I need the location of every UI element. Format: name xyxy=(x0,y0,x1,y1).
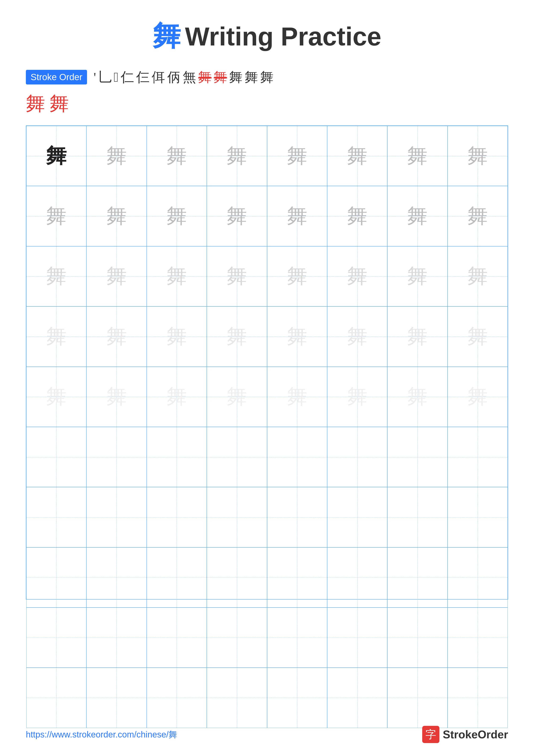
cell-character: 舞 xyxy=(468,383,488,411)
grid-cell[interactable] xyxy=(447,547,508,608)
grid-cell[interactable] xyxy=(87,547,146,608)
grid-cell[interactable] xyxy=(26,668,87,728)
grid-cell[interactable]: 舞 xyxy=(447,246,508,307)
grid-cell[interactable]: 舞 xyxy=(327,307,387,366)
grid-cell[interactable]: 舞 xyxy=(147,126,207,186)
sample-char-1: 舞 xyxy=(26,91,45,117)
grid-cell[interactable]: 舞 xyxy=(387,126,447,186)
footer-url[interactable]: https://www.strokeorder.com/chinese/舞 xyxy=(26,729,177,741)
grid-cell[interactable]: 舞 xyxy=(147,307,207,366)
cell-character: 舞 xyxy=(468,202,488,230)
grid-cell[interactable] xyxy=(387,427,447,487)
grid-cell[interactable]: 舞 xyxy=(447,186,508,246)
grid-cell[interactable]: 舞 xyxy=(87,367,146,427)
grid-cell[interactable]: 舞 xyxy=(327,246,387,307)
grid-cell[interactable] xyxy=(207,608,267,668)
grid-cell[interactable] xyxy=(327,487,387,547)
cell-character: 舞 xyxy=(46,142,66,170)
grid-cell[interactable] xyxy=(87,668,146,728)
grid-cell[interactable] xyxy=(147,547,207,608)
grid-cell[interactable] xyxy=(87,487,146,547)
grid-cell[interactable]: 舞 xyxy=(87,186,146,246)
grid-cell[interactable] xyxy=(447,487,508,547)
grid-cell[interactable]: 舞 xyxy=(207,126,267,186)
grid-cell[interactable] xyxy=(267,487,327,547)
grid-cell[interactable] xyxy=(447,427,508,487)
cell-character: 舞 xyxy=(106,142,127,170)
grid-cell[interactable]: 舞 xyxy=(207,246,267,307)
grid-cell[interactable] xyxy=(447,668,508,728)
cell-character: 舞 xyxy=(227,142,247,170)
grid-cell[interactable]: 舞 xyxy=(207,367,267,427)
grid-cell[interactable]: 舞 xyxy=(26,186,87,246)
grid-cell[interactable]: 舞 xyxy=(147,186,207,246)
grid-cell[interactable] xyxy=(147,608,207,668)
grid-cell[interactable] xyxy=(267,547,327,608)
grid-cell[interactable] xyxy=(26,608,87,668)
grid-cell[interactable] xyxy=(26,427,87,487)
grid-cell[interactable] xyxy=(26,547,87,608)
grid-cell[interactable]: 舞 xyxy=(26,126,87,186)
grid-cell[interactable]: 舞 xyxy=(387,186,447,246)
grid-cell[interactable]: 舞 xyxy=(26,246,87,307)
cell-character: 舞 xyxy=(227,262,247,290)
grid-cell[interactable]: 舞 xyxy=(387,307,447,366)
grid-cell[interactable] xyxy=(267,608,327,668)
grid-cell[interactable]: 舞 xyxy=(267,307,327,366)
grid-cell[interactable]: 舞 xyxy=(447,126,508,186)
grid-cell[interactable] xyxy=(327,668,387,728)
grid-cell[interactable] xyxy=(207,668,267,728)
cell-character: 舞 xyxy=(106,323,127,350)
grid-cell[interactable]: 舞 xyxy=(387,367,447,427)
grid-cell[interactable]: 舞 xyxy=(267,367,327,427)
grid-cell[interactable] xyxy=(387,547,447,608)
cell-character: 舞 xyxy=(468,323,488,350)
grid-cell[interactable] xyxy=(147,427,207,487)
grid-cell[interactable]: 舞 xyxy=(207,307,267,366)
grid-cell[interactable] xyxy=(147,487,207,547)
grid-cell[interactable] xyxy=(207,427,267,487)
cell-character: 舞 xyxy=(287,383,307,411)
grid-cell[interactable]: 舞 xyxy=(327,186,387,246)
grid-cell[interactable] xyxy=(327,427,387,487)
grid-cell[interactable] xyxy=(87,427,146,487)
cell-character: 舞 xyxy=(46,323,66,350)
grid-cell[interactable]: 舞 xyxy=(327,367,387,427)
grid-cell[interactable]: 舞 xyxy=(87,307,146,366)
grid-cell[interactable] xyxy=(387,487,447,547)
grid-cell[interactable] xyxy=(207,487,267,547)
grid-cell[interactable]: 舞 xyxy=(26,367,87,427)
grid-cell[interactable]: 舞 xyxy=(267,126,327,186)
cell-character: 舞 xyxy=(166,142,187,170)
grid-cell[interactable]: 舞 xyxy=(447,367,508,427)
stroke-sequence: ' ⺃ 𠃋 仁 仨 佴 㑂 無 舞 舞 舞 舞 舞 xyxy=(93,68,273,86)
grid-cell[interactable] xyxy=(327,608,387,668)
grid-cell[interactable] xyxy=(447,608,508,668)
grid-cell[interactable]: 舞 xyxy=(147,246,207,307)
cell-character: 舞 xyxy=(407,323,428,350)
grid-cell[interactable]: 舞 xyxy=(147,367,207,427)
grid-cell[interactable]: 舞 xyxy=(447,307,508,366)
grid-cell[interactable]: 舞 xyxy=(267,246,327,307)
cell-character: 舞 xyxy=(46,262,66,290)
grid-cell[interactable] xyxy=(147,668,207,728)
cell-character: 舞 xyxy=(106,202,127,230)
stroke-9: 舞 xyxy=(198,68,212,86)
grid-cell[interactable]: 舞 xyxy=(87,126,146,186)
grid-cell[interactable]: 舞 xyxy=(327,126,387,186)
grid-cell[interactable] xyxy=(387,668,447,728)
grid-cell[interactable] xyxy=(207,547,267,608)
grid-cell[interactable]: 舞 xyxy=(387,246,447,307)
grid-cell[interactable] xyxy=(327,547,387,608)
grid-cell[interactable] xyxy=(387,608,447,668)
cell-character: 舞 xyxy=(407,383,428,411)
grid-cell[interactable] xyxy=(26,487,87,547)
grid-cell[interactable]: 舞 xyxy=(26,307,87,366)
grid-cell[interactable]: 舞 xyxy=(207,186,267,246)
cell-character: 舞 xyxy=(166,262,187,290)
grid-cell[interactable]: 舞 xyxy=(267,186,327,246)
grid-cell[interactable] xyxy=(267,427,327,487)
grid-cell[interactable] xyxy=(267,668,327,728)
grid-cell[interactable]: 舞 xyxy=(87,246,146,307)
grid-cell[interactable] xyxy=(87,608,146,668)
